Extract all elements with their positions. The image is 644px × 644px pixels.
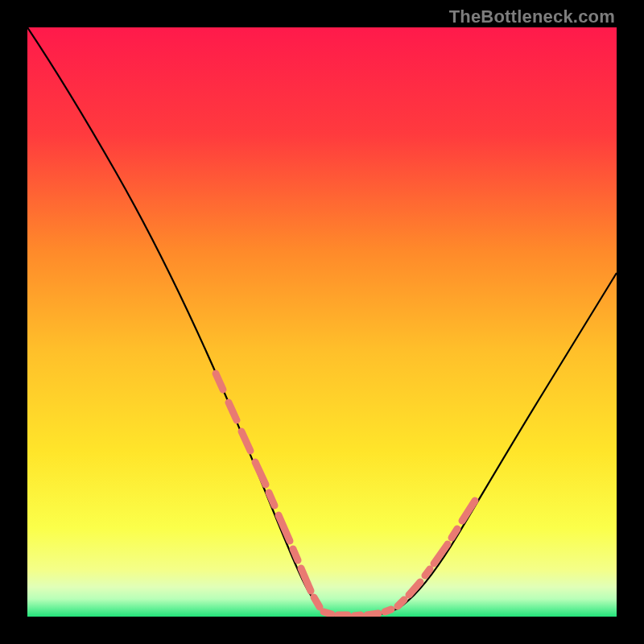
svg-line-19: [452, 529, 457, 538]
watermark-text: TheBottleneck.com: [449, 6, 615, 27]
bottleneck-curve: [27, 27, 617, 616]
svg-line-7: [293, 549, 298, 560]
svg-line-10: [324, 612, 332, 614]
svg-line-3: [242, 431, 250, 451]
svg-line-14: [385, 609, 391, 612]
svg-line-5: [269, 493, 275, 506]
svg-line-12: [354, 615, 361, 616]
svg-line-17: [425, 569, 430, 576]
plot-area: [27, 27, 617, 617]
markers-left: [216, 374, 320, 607]
svg-line-2: [229, 402, 237, 420]
svg-line-13: [367, 613, 378, 615]
chart-curves: [27, 27, 617, 617]
svg-line-16: [409, 582, 420, 595]
svg-line-8: [301, 568, 311, 591]
svg-line-4: [255, 462, 266, 485]
markers-right: [398, 501, 475, 606]
chart-frame: TheBottleneck.com: [0, 0, 644, 644]
markers-floor: [324, 609, 391, 616]
svg-line-1: [216, 374, 223, 390]
svg-line-9: [314, 597, 320, 607]
svg-line-6: [279, 515, 290, 541]
svg-line-15: [398, 600, 404, 606]
